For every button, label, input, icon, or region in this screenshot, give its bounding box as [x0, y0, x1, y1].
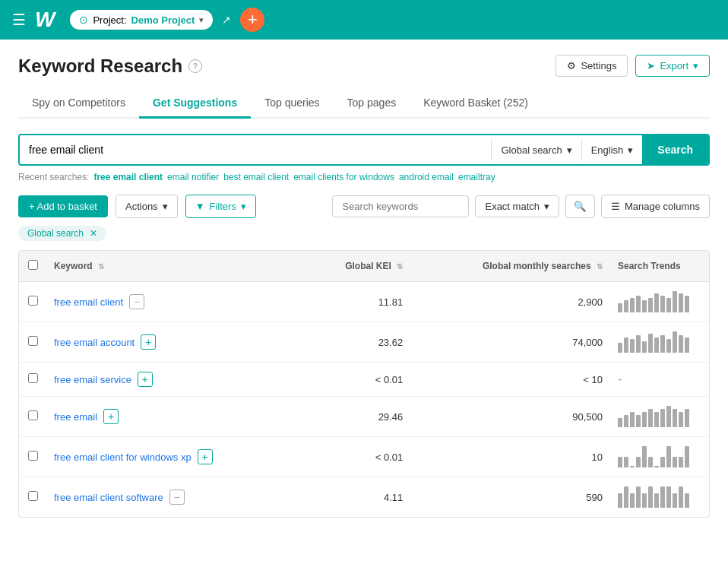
kei-cell-4: < 0.01	[302, 437, 410, 477]
kei-cell-0: 11.81	[302, 282, 410, 322]
search-bar: Global search ▾ English ▾ Search	[18, 134, 710, 166]
row-checkbox-2[interactable]	[28, 373, 38, 383]
th-select-all[interactable]	[19, 251, 46, 282]
keyword-link-4[interactable]: free email client for windows xp	[54, 452, 191, 463]
table-row: free email client software−4.11590	[19, 477, 709, 518]
tab-spy-competitors[interactable]: Spy on Competitors	[18, 89, 139, 119]
page-title: Keyword Research ?	[18, 55, 202, 77]
keyword-link-0[interactable]: free email client	[54, 296, 123, 308]
select-all-checkbox[interactable]	[28, 260, 38, 270]
external-link-icon[interactable]: ↗	[222, 14, 231, 26]
keyword-link-1[interactable]: free email account	[54, 337, 135, 348]
trends-cell-4	[610, 437, 709, 477]
monthly-cell-2: < 10	[410, 363, 610, 397]
recent-link-5[interactable]: emailtray	[458, 172, 495, 182]
th-keyword[interactable]: Keyword ⇅	[46, 251, 302, 282]
add-keyword-icon-1[interactable]: +	[141, 334, 156, 350]
manage-columns-icon: ☰	[611, 201, 620, 212]
trends-chart-5	[618, 486, 701, 508]
recent-link-4[interactable]: android email	[399, 172, 454, 182]
monthly-cell-4: 10	[410, 437, 610, 477]
language-label: English	[591, 144, 624, 156]
monthly-cell-0: 2,900	[410, 282, 610, 322]
recent-link-3[interactable]: email clients for windows	[293, 172, 394, 182]
chevron-down-icon: ▾	[199, 15, 204, 25]
filters-button[interactable]: ▼ Filters ▾	[185, 195, 256, 218]
th-monthly[interactable]: Global monthly searches ⇅	[410, 251, 610, 282]
project-selector[interactable]: ⊙ Project: Demo Project ▾	[70, 10, 213, 30]
row-checkbox-5[interactable]	[28, 491, 38, 501]
add-keyword-icon-5[interactable]: −	[169, 490, 185, 505]
keyword-link-2[interactable]: free email service	[54, 374, 131, 385]
language-dropdown[interactable]: English ▾	[582, 135, 643, 164]
row-checkbox-1[interactable]	[28, 336, 38, 346]
kei-cell-1: 23.62	[302, 322, 410, 363]
language-chevron-icon: ▾	[628, 144, 633, 156]
keyword-link-3[interactable]: free email	[54, 411, 97, 423]
export-button[interactable]: ➤ Export ▾	[635, 55, 710, 77]
trends-cell-1	[610, 322, 709, 363]
global-search-dropdown[interactable]: Global search ▾	[492, 135, 581, 164]
keyword-search-icon-button[interactable]: 🔍	[565, 195, 595, 218]
export-chevron-icon: ▾	[693, 60, 698, 71]
trends-dash-2: -	[618, 372, 622, 385]
exact-match-button[interactable]: Exact match ▾	[475, 195, 559, 217]
trends-cell-5	[610, 477, 709, 518]
add-keyword-icon-4[interactable]: +	[198, 449, 213, 464]
manage-columns-button[interactable]: ☰ Manage columns	[601, 195, 710, 218]
recent-link-1[interactable]: email notifier	[167, 172, 219, 182]
help-icon[interactable]: ?	[188, 59, 202, 73]
top-bar: ☰ W ⊙ Project: Demo Project ▾ ↗ +	[0, 0, 728, 40]
keyword-search-input[interactable]	[332, 195, 469, 217]
recent-link-0[interactable]: free email client	[93, 172, 163, 182]
add-keyword-icon-3[interactable]: +	[103, 409, 119, 424]
row-checkbox-4[interactable]	[28, 451, 38, 461]
actions-button[interactable]: Actions ▾	[116, 195, 178, 218]
th-kei-label: Global KEI	[345, 261, 391, 271]
add-keyword-icon-0[interactable]: −	[129, 294, 144, 309]
trends-chart-1	[618, 331, 701, 353]
tab-get-suggestions[interactable]: Get Suggestions	[139, 89, 251, 119]
search-button[interactable]: Search	[642, 135, 708, 164]
add-to-basket-button[interactable]: + Add to basket	[18, 195, 108, 217]
title-actions: ⚙ Settings ➤ Export ▾	[555, 55, 710, 77]
page-title-text: Keyword Research	[18, 55, 182, 77]
trends-cell-0	[610, 282, 709, 322]
global-search-chevron-icon: ▾	[567, 144, 572, 156]
th-trends: Search Trends	[610, 251, 709, 282]
keyword-link-5[interactable]: free email client software	[54, 492, 163, 503]
th-kei[interactable]: Global KEI ⇅	[302, 251, 410, 282]
project-name: Demo Project	[131, 14, 195, 26]
th-keyword-label: Keyword	[54, 261, 93, 271]
settings-label: Settings	[581, 60, 616, 71]
project-label: Project:	[93, 14, 126, 26]
toolbar: + Add to basket Actions ▾ ▼ Filters ▾ Ex…	[18, 195, 710, 218]
trends-cell-2: -	[610, 363, 709, 397]
row-checkbox-0[interactable]	[28, 296, 38, 306]
settings-icon: ⚙	[567, 60, 576, 71]
global-search-tag[interactable]: Global search ✕	[18, 226, 106, 241]
add-keyword-icon-2[interactable]: +	[138, 372, 153, 387]
tab-top-queries[interactable]: Top queries	[251, 89, 333, 119]
row-checkbox-3[interactable]	[28, 410, 38, 420]
tag-close-icon[interactable]: ✕	[90, 228, 97, 239]
add-project-button[interactable]: +	[240, 8, 264, 32]
export-icon: ➤	[647, 60, 655, 71]
actions-chevron-icon: ▾	[163, 201, 168, 212]
settings-button[interactable]: ⚙ Settings	[555, 55, 628, 77]
exact-match-label: Exact match	[485, 201, 540, 212]
manage-columns-label: Manage columns	[625, 201, 700, 212]
page-title-row: Keyword Research ? ⚙ Settings ➤ Export ▾	[18, 55, 710, 77]
monthly-cell-1: 74,000	[410, 322, 610, 363]
filters-label: Filters	[210, 201, 236, 212]
export-label: Export	[660, 60, 688, 71]
table-row: free email client−11.812,900	[19, 282, 709, 322]
tab-keyword-basket[interactable]: Keyword Basket (252)	[410, 89, 542, 119]
monthly-cell-5: 590	[410, 477, 610, 518]
tab-top-pages[interactable]: Top pages	[334, 89, 410, 119]
recent-label: Recent searches:	[18, 172, 89, 182]
recent-link-2[interactable]: best email client	[223, 172, 289, 182]
monthly-sort-icon: ⇅	[597, 262, 603, 271]
menu-icon[interactable]: ☰	[12, 11, 26, 29]
keyword-input[interactable]	[20, 135, 491, 164]
